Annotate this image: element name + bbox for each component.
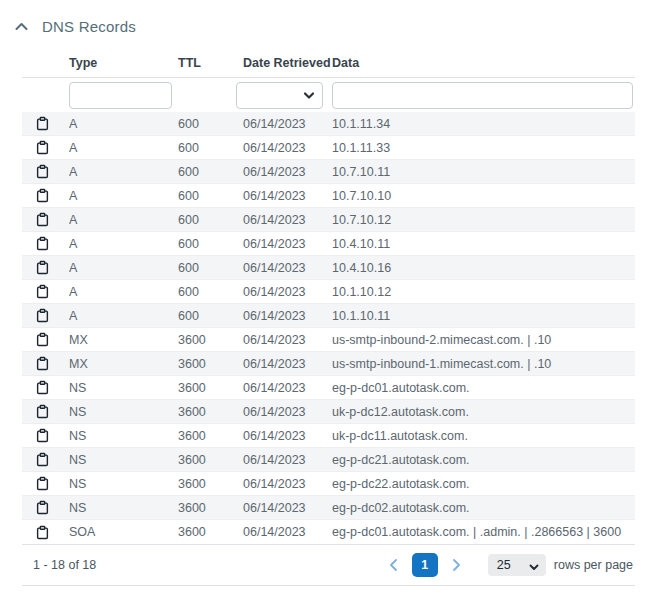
clipboard-copy-icon[interactable] xyxy=(36,452,49,467)
cell-date-retrieved: 06/14/2023 xyxy=(243,381,332,395)
cell-type: A xyxy=(69,141,178,155)
table-body: A 600 06/14/2023 10.1.11.34 A 600 06/14/… xyxy=(22,112,635,544)
cell-type: SOA xyxy=(69,525,178,539)
table-row: A 600 06/14/2023 10.1.11.34 xyxy=(22,112,635,136)
clipboard-copy-icon[interactable] xyxy=(36,284,49,299)
cell-ttl: 600 xyxy=(178,237,243,251)
cell-date-retrieved: 06/14/2023 xyxy=(243,429,332,443)
table-row: A 600 06/14/2023 10.1.10.12 xyxy=(22,280,635,304)
filter-icon-spacer xyxy=(22,82,69,109)
cell-data: us-smtp-inbound-2.mimecast.com. | .10 xyxy=(332,333,635,347)
rows-per-page-label: rows per page xyxy=(554,558,633,572)
cell-date-retrieved: 06/14/2023 xyxy=(243,357,332,371)
clipboard-copy-icon[interactable] xyxy=(36,212,49,227)
table-row: A 600 06/14/2023 10.4.10.16 xyxy=(22,256,635,280)
filter-ttl-spacer xyxy=(178,82,243,109)
cell-date-retrieved: 06/14/2023 xyxy=(243,189,332,203)
clipboard-copy-icon[interactable] xyxy=(36,404,49,419)
icon-column-header xyxy=(22,56,69,70)
rows-per-page-select[interactable]: 25 xyxy=(488,554,546,576)
chevron-left-icon xyxy=(386,557,402,573)
pagination-footer: 1 - 18 of 18 1 25 xyxy=(22,544,635,586)
next-page-button[interactable] xyxy=(446,557,466,573)
pager-controls: 1 25 rows per page xyxy=(384,553,633,577)
clipboard-copy-icon[interactable] xyxy=(36,308,49,323)
cell-ttl: 600 xyxy=(178,213,243,227)
collapse-button[interactable] xyxy=(14,20,29,33)
row-range-label: 1 - 18 of 18 xyxy=(33,558,96,572)
cell-ttl: 600 xyxy=(178,309,243,323)
cell-type: NS xyxy=(69,477,178,491)
cell-ttl: 600 xyxy=(178,117,243,131)
cell-type: NS xyxy=(69,429,178,443)
cell-type: A xyxy=(69,165,178,179)
table-row: A 600 06/14/2023 10.7.10.12 xyxy=(22,208,635,232)
clipboard-copy-icon[interactable] xyxy=(36,500,49,515)
column-header-data[interactable]: Data xyxy=(332,56,635,70)
date-retrieved-filter-select[interactable] xyxy=(236,82,323,109)
cell-type: NS xyxy=(69,381,178,395)
cell-date-retrieved: 06/14/2023 xyxy=(243,237,332,251)
cell-data: 10.4.10.11 xyxy=(332,237,635,251)
table-row: NS 3600 06/14/2023 eg-p-dc02.autotask.co… xyxy=(22,496,635,520)
cell-ttl: 3600 xyxy=(178,405,243,419)
data-filter-input[interactable] xyxy=(332,82,633,109)
cell-ttl: 600 xyxy=(178,261,243,275)
cell-date-retrieved: 06/14/2023 xyxy=(243,405,332,419)
cell-date-retrieved: 06/14/2023 xyxy=(243,453,332,467)
cell-type: A xyxy=(69,285,178,299)
clipboard-copy-icon[interactable] xyxy=(36,164,49,179)
previous-page-button[interactable] xyxy=(384,557,404,573)
table-row: A 600 06/14/2023 10.1.10.11 xyxy=(22,304,635,328)
cell-date-retrieved: 06/14/2023 xyxy=(243,501,332,515)
cell-type: A xyxy=(69,117,178,131)
clipboard-copy-icon[interactable] xyxy=(36,428,49,443)
cell-date-retrieved: 06/14/2023 xyxy=(243,525,332,539)
dns-records-table: Type TTL Date Retrieved Data xyxy=(22,56,635,586)
clipboard-copy-icon[interactable] xyxy=(36,116,49,131)
table-row: NS 3600 06/14/2023 eg-p-dc01.autotask.co… xyxy=(22,376,635,400)
cell-ttl: 3600 xyxy=(178,357,243,371)
clipboard-copy-icon[interactable] xyxy=(36,332,49,347)
cell-data: us-smtp-inbound-1.mimecast.com. | .10 xyxy=(332,357,635,371)
clipboard-copy-icon[interactable] xyxy=(36,188,49,203)
clipboard-copy-icon[interactable] xyxy=(36,380,49,395)
chevron-up-icon xyxy=(14,20,29,33)
panel-title: DNS Records xyxy=(42,18,136,35)
cell-ttl: 600 xyxy=(178,165,243,179)
cell-type: A xyxy=(69,213,178,227)
cell-date-retrieved: 06/14/2023 xyxy=(243,165,332,179)
panel-header: DNS Records xyxy=(0,0,658,36)
cell-ttl: 600 xyxy=(178,285,243,299)
cell-data: eg-p-dc01.autotask.com. | .admin. | .286… xyxy=(332,525,635,539)
clipboard-copy-icon[interactable] xyxy=(36,236,49,251)
cell-data: 10.1.10.12 xyxy=(332,285,635,299)
table-row: MX 3600 06/14/2023 us-smtp-inbound-1.mim… xyxy=(22,352,635,376)
type-filter-input[interactable] xyxy=(69,82,172,109)
clipboard-copy-icon[interactable] xyxy=(36,260,49,275)
cell-date-retrieved: 06/14/2023 xyxy=(243,309,332,323)
column-header-ttl[interactable]: TTL xyxy=(178,56,243,70)
clipboard-copy-icon[interactable] xyxy=(36,525,49,540)
table-row: A 600 06/14/2023 10.1.11.33 xyxy=(22,136,635,160)
table-row: A 600 06/14/2023 10.7.10.11 xyxy=(22,160,635,184)
clipboard-copy-icon[interactable] xyxy=(36,356,49,371)
cell-date-retrieved: 06/14/2023 xyxy=(243,117,332,131)
cell-data: eg-p-dc02.autotask.com. xyxy=(332,501,635,515)
cell-ttl: 3600 xyxy=(178,429,243,443)
cell-type: MX xyxy=(69,333,178,347)
cell-date-retrieved: 06/14/2023 xyxy=(243,261,332,275)
column-header-type[interactable]: Type xyxy=(69,56,178,70)
cell-data: eg-p-dc22.autotask.com. xyxy=(332,477,635,491)
clipboard-copy-icon[interactable] xyxy=(36,140,49,155)
table-row: NS 3600 06/14/2023 eg-p-dc21.autotask.co… xyxy=(22,448,635,472)
column-header-date-retrieved[interactable]: Date Retrieved xyxy=(243,56,332,70)
cell-data: 10.1.10.11 xyxy=(332,309,635,323)
cell-data: uk-p-dc12.autotask.com. xyxy=(332,405,635,419)
page-1-button[interactable]: 1 xyxy=(412,553,438,577)
cell-type: A xyxy=(69,261,178,275)
clipboard-copy-icon[interactable] xyxy=(36,476,49,491)
table-row: A 600 06/14/2023 10.7.10.10 xyxy=(22,184,635,208)
cell-ttl: 3600 xyxy=(178,477,243,491)
table-row: SOA 3600 06/14/2023 eg-p-dc01.autotask.c… xyxy=(22,520,635,544)
